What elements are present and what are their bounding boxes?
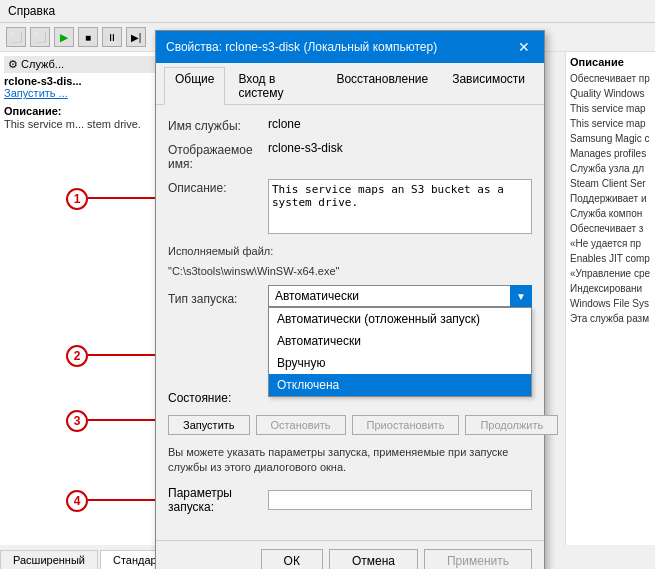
dialog-footer: ОК Отмена Применить bbox=[156, 540, 544, 569]
dropdown-option-2[interactable]: Вручную bbox=[269, 352, 531, 374]
desc-row: Описание: bbox=[168, 179, 532, 237]
status-label: Состояние: bbox=[168, 391, 268, 405]
dialog-close-button[interactable]: ✕ bbox=[514, 37, 534, 57]
service-name-value: rclone bbox=[268, 117, 532, 131]
cancel-button[interactable]: Отмена bbox=[329, 549, 418, 569]
resume-button[interactable]: Продолжить bbox=[465, 415, 558, 435]
pause-button[interactable]: Приостановить bbox=[352, 415, 460, 435]
startup-container: Автоматически ▼ Автоматически (отложенны… bbox=[268, 285, 532, 311]
apply-button[interactable]: Применить bbox=[424, 549, 532, 569]
dropdown-option-3[interactable]: Отключена bbox=[269, 374, 531, 396]
properties-dialog: Свойства: rclone-s3-disk (Локальный комп… bbox=[155, 30, 545, 569]
display-name-row: Отображаемое имя: rclone-s3-disk bbox=[168, 141, 532, 171]
dialog-body: Имя службы: rclone Отображаемое имя: rcl… bbox=[156, 105, 544, 540]
start-button[interactable]: Запустить bbox=[168, 415, 250, 435]
display-name-value: rclone-s3-disk bbox=[268, 141, 532, 155]
dialog-title: Свойства: rclone-s3-disk (Локальный комп… bbox=[166, 40, 437, 54]
exec-value: "C:\s3tools\winsw\WinSW-x64.exe" bbox=[168, 265, 532, 277]
params-input[interactable] bbox=[268, 490, 532, 510]
tab-dependencies[interactable]: Зависимости bbox=[441, 67, 536, 104]
display-name-label: Отображаемое имя: bbox=[168, 141, 268, 171]
startup-select[interactable]: Автоматически bbox=[268, 285, 532, 307]
params-row: Параметры запуска: bbox=[168, 486, 532, 514]
startup-hint: Вы можете указать параметры запуска, при… bbox=[168, 445, 532, 476]
dropdown-option-1[interactable]: Автоматически bbox=[269, 330, 531, 352]
action-buttons: Запустить Остановить Приостановить Продо… bbox=[168, 415, 532, 435]
params-label: Параметры запуска: bbox=[168, 486, 268, 514]
tab-login[interactable]: Вход в систему bbox=[227, 67, 323, 104]
desc-value[interactable] bbox=[268, 179, 532, 237]
startup-dropdown: Автоматически ▼ Автоматически (отложенны… bbox=[268, 285, 532, 307]
service-name-label: Имя службы: bbox=[168, 117, 268, 133]
dialog-tabs: Общие Вход в систему Восстановление Зави… bbox=[156, 63, 544, 105]
desc-textarea[interactable] bbox=[268, 179, 532, 234]
desc-label: Описание: bbox=[168, 179, 268, 195]
tab-recovery[interactable]: Восстановление bbox=[325, 67, 439, 104]
dropdown-option-0[interactable]: Автоматически (отложенный запуск) bbox=[269, 308, 531, 330]
tab-general[interactable]: Общие bbox=[164, 67, 225, 105]
dropdown-list: Автоматически (отложенный запуск) Автома… bbox=[268, 307, 532, 397]
ok-button[interactable]: ОК bbox=[261, 549, 323, 569]
startup-label: Тип запуска: bbox=[168, 290, 268, 306]
stop-button[interactable]: Остановить bbox=[256, 415, 346, 435]
dialog-titlebar: Свойства: rclone-s3-disk (Локальный комп… bbox=[156, 31, 544, 63]
startup-row: Тип запуска: Автоматически ▼ Автоматичес… bbox=[168, 285, 532, 311]
dialog-overlay: Свойства: rclone-s3-disk (Локальный комп… bbox=[0, 0, 655, 569]
exec-label: Исполняемый файл: bbox=[168, 245, 532, 257]
service-name-row: Имя службы: rclone bbox=[168, 117, 532, 133]
